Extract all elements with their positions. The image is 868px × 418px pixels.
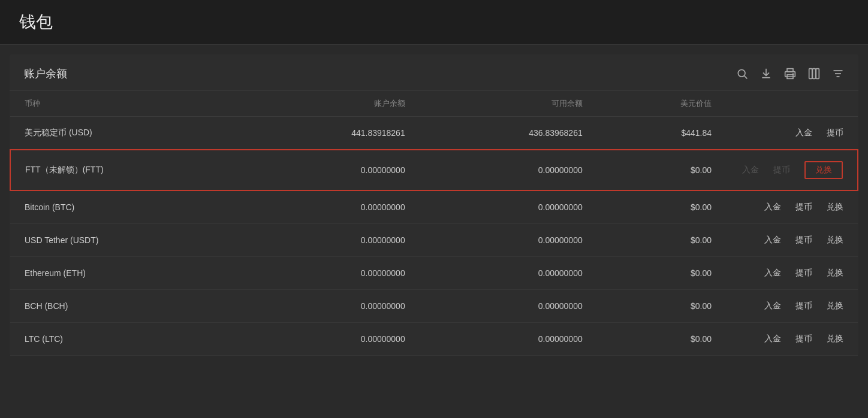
convert-button[interactable]: 兑换 xyxy=(827,301,843,311)
cell-actions: 入金提币兑换 xyxy=(726,190,858,224)
svg-rect-8 xyxy=(816,69,819,79)
svg-rect-7 xyxy=(813,69,816,79)
cell-currency: FTT（未解锁）(FTT) xyxy=(10,150,242,190)
deposit-button: 入金 xyxy=(742,165,759,175)
col-account-balance: 账户余额 xyxy=(242,91,420,117)
cell-usd-value: $0.00 xyxy=(597,257,726,290)
col-available-balance: 可用余额 xyxy=(420,91,597,117)
deposit-button[interactable]: 入金 xyxy=(764,334,781,344)
convert-button[interactable]: 兑换 xyxy=(827,202,843,213)
cell-currency: BCH (BCH) xyxy=(10,290,242,323)
cell-actions: 入金提币兑换 xyxy=(726,150,858,190)
convert-button[interactable]: 兑换 xyxy=(827,268,843,278)
withdraw-button[interactable]: 提币 xyxy=(795,301,812,311)
cell-actions: 入金提币 xyxy=(726,117,858,150)
svg-point-5 xyxy=(792,74,794,75)
convert-button[interactable]: 兑换 xyxy=(804,161,843,179)
download-icon[interactable] xyxy=(760,68,772,80)
cell-available-balance: 0.00000000 xyxy=(420,323,597,356)
section-header: 账户余额 xyxy=(10,54,858,91)
section-title: 账户余额 xyxy=(24,66,67,81)
cell-actions: 入金提币兑换 xyxy=(726,224,858,257)
main-content: 账户余额 xyxy=(10,54,858,356)
cell-actions: 入金提币兑换 xyxy=(726,257,858,290)
col-actions xyxy=(726,91,858,117)
cell-account-balance: 0.00000000 xyxy=(242,323,420,356)
cell-account-balance: 0.00000000 xyxy=(242,290,420,323)
cell-account-balance: 0.00000000 xyxy=(242,190,420,224)
filter-icon[interactable] xyxy=(832,68,844,80)
cell-currency: LTC (LTC) xyxy=(10,323,242,356)
deposit-button[interactable]: 入金 xyxy=(795,128,812,138)
search-icon[interactable] xyxy=(736,68,748,80)
print-icon[interactable] xyxy=(784,68,796,80)
cell-currency: Ethereum (ETH) xyxy=(10,257,242,290)
table-row: USD Tether (USDT)0.000000000.00000000$0.… xyxy=(10,224,858,257)
toolbar-icons xyxy=(736,68,844,80)
cell-available-balance: 436.83968261 xyxy=(420,117,597,150)
cell-available-balance: 0.00000000 xyxy=(420,190,597,224)
table-row: FTT（未解锁）(FTT)0.000000000.00000000$0.00入金… xyxy=(10,150,858,190)
columns-icon[interactable] xyxy=(808,68,820,80)
table-row: Bitcoin (BTC)0.000000000.00000000$0.00入金… xyxy=(10,190,858,224)
deposit-button[interactable]: 入金 xyxy=(764,202,781,213)
page-header: 钱包 xyxy=(0,0,868,45)
cell-currency: USD Tether (USDT) xyxy=(10,224,242,257)
svg-rect-6 xyxy=(809,69,812,79)
cell-usd-value: $441.84 xyxy=(597,117,726,150)
table-row: 美元稳定币 (USD)441.83918261436.83968261$441.… xyxy=(10,117,858,150)
cell-available-balance: 0.00000000 xyxy=(420,257,597,290)
cell-account-balance: 0.00000000 xyxy=(242,257,420,290)
table-row: Ethereum (ETH)0.000000000.00000000$0.00入… xyxy=(10,257,858,290)
deposit-button[interactable]: 入金 xyxy=(764,235,781,246)
col-usd-value: 美元价值 xyxy=(597,91,726,117)
cell-actions: 入金提币兑换 xyxy=(726,290,858,323)
cell-actions: 入金提币兑换 xyxy=(726,323,858,356)
cell-usd-value: $0.00 xyxy=(597,323,726,356)
table-row: LTC (LTC)0.000000000.00000000$0.00入金提币兑换 xyxy=(10,323,858,356)
withdraw-button[interactable]: 提币 xyxy=(827,128,843,138)
table-row: BCH (BCH)0.000000000.00000000$0.00入金提币兑换 xyxy=(10,290,858,323)
withdraw-button[interactable]: 提币 xyxy=(795,334,812,344)
col-currency: 币种 xyxy=(10,91,242,117)
cell-currency: 美元稳定币 (USD) xyxy=(10,117,242,150)
cell-account-balance: 0.00000000 xyxy=(242,150,420,190)
page-title: 钱包 xyxy=(19,11,849,34)
cell-usd-value: $0.00 xyxy=(597,290,726,323)
deposit-button[interactable]: 入金 xyxy=(764,268,781,278)
balance-table: 币种 账户余额 可用余额 美元价值 美元稳定币 (USD)441.8391826… xyxy=(10,91,858,356)
cell-available-balance: 0.00000000 xyxy=(420,290,597,323)
withdraw-button[interactable]: 提币 xyxy=(795,235,812,246)
deposit-button[interactable]: 入金 xyxy=(764,301,781,311)
table-header: 币种 账户余额 可用余额 美元价值 xyxy=(10,91,858,117)
cell-usd-value: $0.00 xyxy=(597,190,726,224)
withdraw-button: 提币 xyxy=(773,165,790,175)
cell-account-balance: 0.00000000 xyxy=(242,224,420,257)
convert-button[interactable]: 兑换 xyxy=(827,334,843,344)
svg-line-1 xyxy=(745,76,748,79)
cell-account-balance: 441.83918261 xyxy=(242,117,420,150)
svg-point-0 xyxy=(738,69,745,77)
cell-currency: Bitcoin (BTC) xyxy=(10,190,242,224)
withdraw-button[interactable]: 提币 xyxy=(795,268,812,278)
cell-available-balance: 0.00000000 xyxy=(420,224,597,257)
cell-available-balance: 0.00000000 xyxy=(420,150,597,190)
convert-button[interactable]: 兑换 xyxy=(827,235,843,246)
cell-usd-value: $0.00 xyxy=(597,150,726,190)
cell-usd-value: $0.00 xyxy=(597,224,726,257)
withdraw-button[interactable]: 提币 xyxy=(795,202,812,213)
